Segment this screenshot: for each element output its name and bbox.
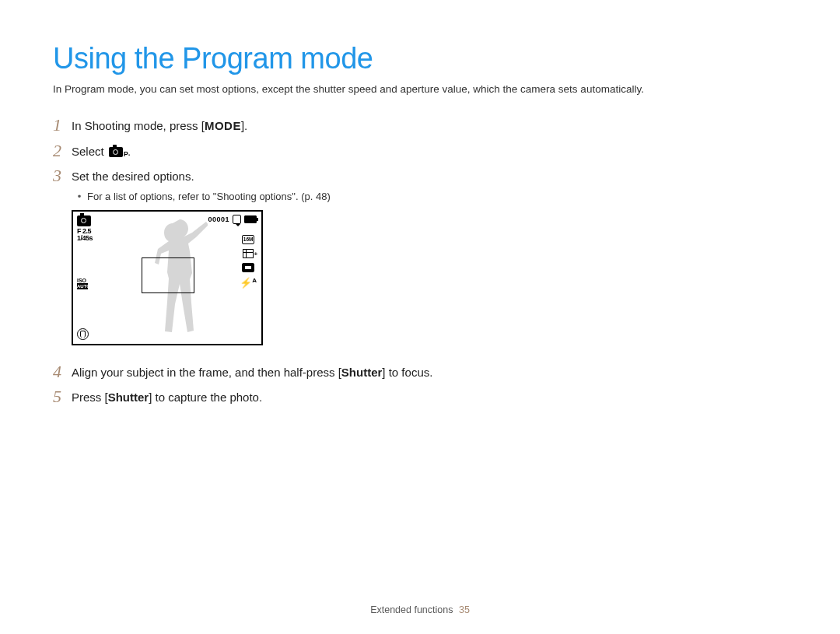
right-icon-column: 16M + ⚡A: [240, 235, 257, 289]
step-5: 5 Press [Shutter] to capture the photo.: [53, 387, 793, 407]
iso-value: AUTO: [77, 283, 88, 289]
resolution-icon: 16M: [242, 235, 254, 244]
step-number: 2: [53, 142, 72, 160]
step-number: 3: [53, 166, 72, 185]
metering-icon: [242, 263, 254, 272]
shutter-label: Shutter: [341, 366, 383, 379]
step-text: Set the desired options.: [72, 166, 194, 186]
mode-button-label: MODE: [205, 119, 241, 132]
step-1: 1 In Shooting mode, press [MODE].: [53, 116, 793, 135]
step-text: In Shooting mode, press [MODE].: [72, 116, 247, 135]
step-3: 3 Set the desired options.: [53, 166, 793, 186]
program-mode-icon: [109, 147, 123, 157]
focus-frame: [142, 257, 194, 293]
footer-page-number: 35: [459, 604, 470, 615]
footer-section: Extended functions: [370, 604, 453, 615]
document-page: Using the Program mode In Program mode, …: [0, 0, 840, 407]
shutter-speed-value: 1/45s: [77, 234, 93, 242]
step-text: Press [Shutter] to capture the photo.: [72, 387, 262, 407]
step-text: Align your subject in the frame, and the…: [72, 363, 432, 382]
stabilization-icon: [77, 328, 89, 340]
battery-icon: [244, 215, 257, 223]
flash-auto-icon: ⚡A: [240, 277, 257, 289]
quality-icon: +: [243, 249, 254, 258]
top-right-status: 00001: [208, 215, 257, 224]
camera-screen-illustration: F 2.5 1/45s ISO AUTO 00001 16M + ⚡A: [72, 210, 263, 345]
page-footer: Extended functions 35: [0, 604, 840, 615]
shutter-label: Shutter: [108, 391, 149, 404]
step-text: Select .: [72, 142, 131, 161]
steps-list: 1 In Shooting mode, press [MODE]. 2 Sele…: [53, 116, 793, 407]
step-number: 4: [53, 363, 72, 381]
page-title: Using the Program mode: [53, 42, 793, 75]
shot-counter: 00001: [208, 215, 229, 223]
iso-label: ISO: [77, 278, 86, 283]
step-4: 4 Align your subject in the frame, and t…: [53, 363, 793, 382]
step-2: 2 Select .: [53, 142, 793, 161]
memory-card-icon: [233, 215, 241, 224]
step-3-substep: • For a list of options, refer to "Shoot…: [72, 191, 793, 202]
step-number: 5: [53, 387, 72, 406]
step-number: 1: [53, 116, 72, 135]
bullet-icon: •: [72, 191, 87, 202]
intro-text: In Program mode, you can set most option…: [53, 82, 793, 97]
